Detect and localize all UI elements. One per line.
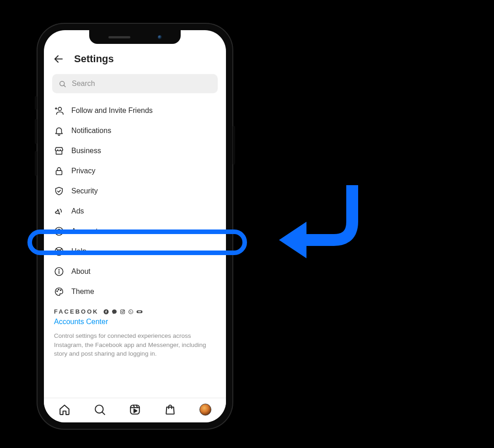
svg-point-18 bbox=[57, 291, 58, 292]
front-camera bbox=[158, 35, 162, 39]
svg-line-12 bbox=[60, 253, 62, 255]
storefront-icon bbox=[54, 146, 64, 156]
menu-item-about[interactable]: About bbox=[46, 261, 224, 282]
svg-point-8 bbox=[58, 229, 60, 232]
menu-item-label: Privacy bbox=[71, 167, 95, 175]
volume-up-button bbox=[35, 119, 37, 144]
menu-item-label: Theme bbox=[71, 288, 94, 296]
svg-point-19 bbox=[58, 289, 59, 290]
svg-marker-34 bbox=[134, 409, 137, 412]
svg-line-11 bbox=[56, 249, 58, 251]
page-title: Settings bbox=[74, 53, 114, 65]
speaker bbox=[108, 36, 130, 38]
accounts-center-description: Control settings for connected experienc… bbox=[46, 330, 224, 365]
svg-line-29 bbox=[102, 412, 104, 414]
lifebuoy-icon bbox=[54, 246, 64, 256]
mute-switch bbox=[35, 96, 37, 110]
whatsapp-icon bbox=[128, 309, 134, 315]
svg-point-5 bbox=[58, 107, 61, 111]
svg-point-23 bbox=[122, 311, 124, 313]
svg-point-20 bbox=[60, 290, 61, 291]
oculus-icon bbox=[136, 309, 143, 315]
brand-label: FACEBOOK bbox=[54, 308, 99, 315]
menu-item-label: Follow and Invite Friends bbox=[71, 107, 153, 115]
phone-notch bbox=[89, 30, 181, 44]
nav-reels[interactable] bbox=[129, 403, 141, 416]
avatar bbox=[199, 404, 211, 416]
svg-marker-35 bbox=[279, 222, 306, 258]
accounts-center-link[interactable]: Accounts Center bbox=[46, 318, 224, 330]
back-button[interactable] bbox=[53, 53, 64, 64]
person-plus-icon bbox=[54, 106, 64, 116]
search-icon bbox=[59, 80, 66, 88]
svg-point-25 bbox=[129, 309, 133, 314]
info-icon bbox=[54, 267, 64, 277]
svg-line-2 bbox=[64, 85, 65, 86]
callout-arrow-icon bbox=[274, 181, 366, 272]
phone-screen: Settings bbox=[44, 30, 226, 422]
instagram-icon bbox=[120, 309, 125, 315]
menu-item-theme[interactable]: Theme bbox=[46, 282, 224, 302]
megaphone-icon bbox=[54, 206, 64, 216]
settings-menu: Follow and Invite Friends Notifications bbox=[44, 98, 226, 398]
person-circle-icon bbox=[54, 226, 64, 236]
bell-icon bbox=[54, 126, 64, 136]
shield-check-icon bbox=[54, 186, 64, 196]
menu-item-label: Account bbox=[71, 227, 98, 235]
menu-item-label: Ads bbox=[71, 207, 84, 215]
nav-search[interactable] bbox=[93, 403, 106, 416]
bottom-nav bbox=[44, 398, 226, 422]
menu-item-label: Help bbox=[71, 247, 86, 256]
page-header: Settings bbox=[44, 49, 226, 71]
messenger-icon bbox=[112, 309, 117, 315]
menu-item-label: Notifications bbox=[71, 127, 111, 135]
menu-item-security[interactable]: Security bbox=[46, 181, 224, 201]
svg-line-13 bbox=[60, 249, 62, 251]
menu-item-label: Business bbox=[71, 147, 101, 155]
facebook-icon bbox=[103, 309, 109, 315]
menu-item-label: Security bbox=[71, 187, 98, 195]
palette-icon bbox=[54, 287, 64, 297]
menu-item-help[interactable]: Help bbox=[46, 241, 224, 261]
svg-point-17 bbox=[59, 270, 59, 270]
menu-item-ads[interactable]: Ads bbox=[46, 201, 224, 221]
nav-shop[interactable] bbox=[164, 403, 177, 416]
svg-point-24 bbox=[124, 310, 124, 310]
volume-down-button bbox=[35, 151, 37, 176]
brand-icons bbox=[103, 309, 143, 315]
svg-rect-6 bbox=[56, 171, 62, 175]
svg-rect-27 bbox=[138, 311, 141, 312]
svg-line-14 bbox=[56, 253, 58, 255]
phone-frame: Settings bbox=[37, 23, 233, 430]
nav-home[interactable] bbox=[58, 403, 71, 416]
menu-item-privacy[interactable]: Privacy bbox=[46, 161, 224, 181]
search-bar[interactable] bbox=[52, 74, 218, 93]
menu-item-account[interactable]: Account bbox=[46, 221, 224, 241]
menu-item-notifications[interactable]: Notifications bbox=[46, 121, 224, 141]
menu-item-business[interactable]: Business bbox=[46, 141, 224, 161]
power-button bbox=[233, 126, 235, 165]
section-brand: FACEBOOK bbox=[46, 302, 224, 318]
menu-item-label: About bbox=[71, 267, 91, 276]
menu-item-follow-invite[interactable]: Follow and Invite Friends bbox=[46, 101, 224, 121]
search-input[interactable] bbox=[72, 80, 211, 88]
lock-icon bbox=[54, 166, 64, 176]
nav-profile[interactable] bbox=[199, 403, 212, 416]
